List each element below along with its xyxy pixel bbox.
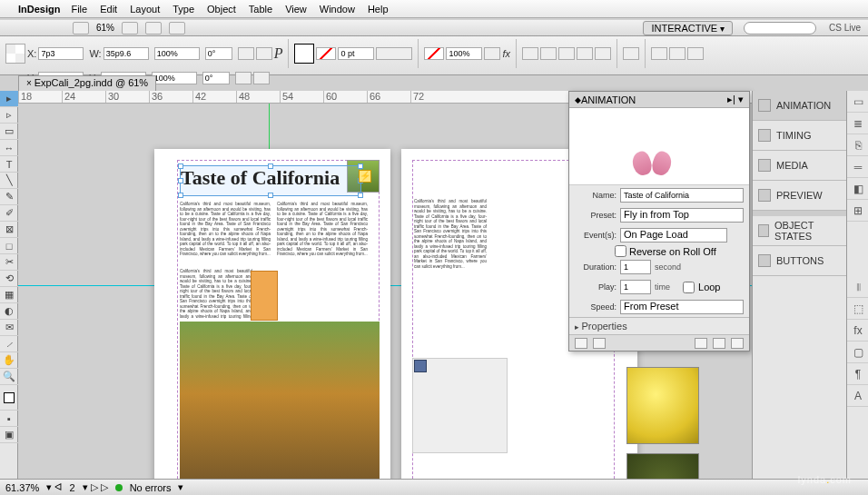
opacity-field[interactable] [446,47,482,60]
bridge-icon[interactable] [73,22,89,35]
animation-panel-tab[interactable]: ◆ ANIMATION▸| ▾ [569,92,749,108]
sidebar-box-1[interactable] [251,271,278,321]
workspace-switcher[interactable]: INTERACTIVE ▾ [643,21,733,35]
panel-timing[interactable]: TIMING [753,121,846,151]
show-proxy-icon[interactable] [593,338,606,349]
eyedropper-tool[interactable]: ⟋ [0,336,18,352]
image-avocado[interactable] [626,453,699,479]
fit-frame-icon[interactable] [669,47,686,60]
convert-path-icon[interactable] [695,338,707,349]
menu-edit[interactable]: Edit [100,4,117,15]
gradient-feather-tool[interactable]: ◐ [0,303,18,320]
direct-selection-tool[interactable]: ▹ [0,107,18,124]
panel-buttons[interactable]: BUTTONS [753,246,846,276]
reverse-checkbox[interactable] [615,245,626,257]
menu-object[interactable]: Object [207,4,236,15]
pages-icon[interactable]: ▭ [847,91,868,113]
menu-file[interactable]: File [71,4,87,15]
stroke-icon[interactable]: ═ [847,156,868,178]
show-timing-icon[interactable] [713,338,725,349]
document-tab[interactable]: × ExpCali_2pg.indd @ 61% [18,75,156,91]
no-fill-icon[interactable] [316,47,336,60]
flip-h-icon[interactable] [256,47,272,60]
rotate-cw-icon[interactable] [238,47,254,60]
stroke-style[interactable] [376,47,412,60]
line-tool[interactable]: ╲ [0,173,18,189]
view-options-icon[interactable] [122,22,138,35]
body-text-2[interactable]: California's third and most beautiful mu… [277,202,368,315]
reference-point-icon[interactable] [5,44,25,64]
gradient-tool[interactable]: ▦ [0,287,18,303]
flip-v-icon[interactable] [253,72,270,84]
animation-adorner-icon[interactable]: ⚡ [359,170,371,183]
hand-tool[interactable]: ✋ [0,352,18,369]
cs-live[interactable]: CS Live [829,23,861,33]
page-left[interactable]: Taste of California ⚡ California's third… [154,149,390,479]
pathfinder-icon[interactable]: ⬚ [847,298,868,320]
text-wrap-shape-icon[interactable] [558,47,575,60]
play-field[interactable] [620,280,651,294]
search-input[interactable] [744,22,816,35]
animation-panel[interactable]: ◆ ANIMATION▸| ▾ Name: Preset:Fly in from… [568,91,750,351]
title-text-frame[interactable]: Taste of California ⚡ [180,165,361,196]
scissors-tool[interactable]: ✂ [0,254,18,271]
layers-icon[interactable]: ≣ [847,113,868,134]
panel-preview[interactable]: PREVIEW [753,181,846,211]
arrange-icon[interactable] [169,22,185,35]
event-add-icon[interactable] [731,229,744,242]
preview-spread-icon[interactable] [575,338,587,349]
view-mode-icon[interactable]: ▣ [0,427,18,443]
selection-tool[interactable]: ▸ [0,91,18,107]
corner-options-icon[interactable] [623,47,639,60]
screen-mode-icon[interactable] [145,22,162,35]
fx-button[interactable]: fx [502,48,510,59]
fx-none-icon[interactable] [424,47,444,60]
menu-window[interactable]: Window [320,4,355,15]
shear-field[interactable] [202,72,230,84]
links-icon[interactable]: ⎘ [847,134,868,156]
preset-dropdown[interactable]: Fly in from Top [620,208,744,223]
menu-help[interactable]: Help [368,4,389,15]
body-text-4[interactable]: California's third and most beautiful mu… [414,199,487,308]
menu-view[interactable]: View [285,4,307,15]
align-icon[interactable]: ⫴ [847,276,868,298]
trash-icon[interactable] [731,338,744,349]
rectangle-tool[interactable]: □ [0,238,18,254]
body-text-3[interactable]: California's third and most beautiful mu… [180,269,252,319]
drop-shadow-icon[interactable] [484,47,500,60]
duration-field[interactable] [620,260,651,274]
text-wrap-bbox-icon[interactable] [540,47,557,60]
loop-checkbox[interactable] [683,282,695,293]
type-tool[interactable]: T [0,156,18,173]
fill-stroke-swatch[interactable] [294,44,314,64]
scalex-field[interactable] [154,47,200,60]
paragraph-styles-icon[interactable]: ¶ [847,363,868,385]
text-wrap-column-icon[interactable] [595,47,611,60]
panel-animation[interactable]: ANIMATION [753,91,846,121]
zoom-status[interactable]: 61.37% [5,482,39,493]
pencil-tool[interactable]: ✐ [0,205,18,222]
swatches-icon[interactable]: ⊞ [847,200,868,222]
free-transform-tool[interactable]: ⟲ [0,271,18,287]
center-content-icon[interactable] [687,47,704,60]
text-wrap-none-icon[interactable] [522,47,538,60]
panel-media[interactable]: MEDIA [753,151,846,181]
text-wrap-jump-icon[interactable] [577,47,593,60]
page-status[interactable]: 2 [69,482,74,493]
pen-tool[interactable]: ✎ [0,189,18,205]
zoom-tool[interactable]: 🔍 [0,369,18,385]
rotate-ccw-icon[interactable] [235,72,252,84]
properties-disclosure[interactable]: ▸ Properties [569,317,749,334]
image-lemon[interactable] [626,367,699,444]
stroke-weight[interactable] [338,47,374,60]
menu-layout[interactable]: Layout [130,4,160,15]
rotate-field[interactable] [205,47,232,60]
menu-table[interactable]: Table [249,4,272,15]
x-field[interactable] [38,47,84,60]
gap-tool[interactable]: ↔ [0,140,18,156]
body-text-1[interactable]: California's third and most beautiful mu… [180,202,271,267]
char-panel-icon[interactable]: P [274,45,283,62]
preflight-status[interactable]: No errors [130,482,172,493]
object-styles-icon[interactable]: ▢ [847,342,868,363]
effects-icon[interactable]: fx [847,320,868,342]
